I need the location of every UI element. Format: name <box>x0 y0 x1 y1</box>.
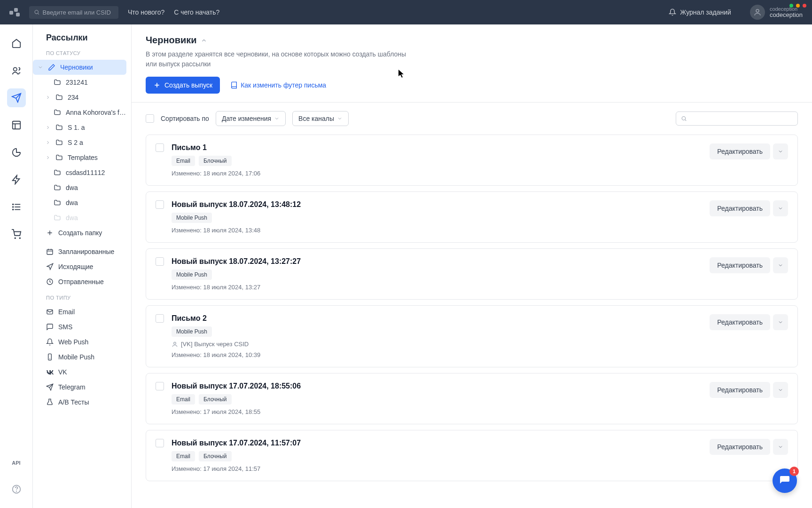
card-title[interactable]: Письмо 1 <box>172 143 702 152</box>
sidebar-item-label: Черновики <box>60 64 93 71</box>
global-search[interactable] <box>29 6 118 19</box>
sidebar-item-label: VK <box>58 368 67 376</box>
sidebar-folder[interactable]: csdasd11112 <box>33 165 126 180</box>
sidebar-type-mobilepush[interactable]: Mobile Push <box>33 349 126 365</box>
more-button[interactable] <box>773 439 788 455</box>
list-search-input[interactable] <box>690 115 793 122</box>
folder-icon <box>55 94 63 101</box>
search-icon <box>681 115 687 122</box>
sidebar-type-vk[interactable]: VK <box>33 365 126 380</box>
sidebar-type-webpush[interactable]: Web Push <box>33 334 126 349</box>
rail-automation[interactable] <box>7 170 26 189</box>
pie-icon <box>11 147 22 158</box>
card-checkbox[interactable] <box>156 314 164 323</box>
user-icon <box>753 8 762 16</box>
avatar <box>750 5 765 20</box>
getting-started-link[interactable]: С чего начать? <box>174 8 219 16</box>
rail-campaigns[interactable] <box>7 88 26 107</box>
rail-templates[interactable] <box>7 116 26 135</box>
card-checkbox[interactable] <box>156 143 164 152</box>
card-title[interactable]: Письмо 2 <box>172 314 702 323</box>
sidebar-folder[interactable]: dwa <box>33 180 126 195</box>
chat-fab[interactable]: 1 <box>773 468 797 493</box>
rail-help[interactable] <box>7 480 26 499</box>
edit-button[interactable]: Редактировать <box>710 200 770 216</box>
edit-button[interactable]: Редактировать <box>710 439 770 455</box>
card-checkbox[interactable] <box>156 200 164 209</box>
sidebar-folder[interactable]: dwa <box>33 195 126 210</box>
sidebar-folder[interactable]: Templates <box>33 150 126 165</box>
sidebar-item-label: A/B Тесты <box>58 398 89 406</box>
sidebar-folder[interactable]: Anna Kohorova's f… <box>33 105 126 120</box>
sidebar-type-email[interactable]: Email <box>33 304 126 319</box>
sidebar: Рассылки ПО СТАТУСУ Черновики 231241234A… <box>33 24 132 508</box>
sidebar-folder[interactable]: S 2 a <box>33 135 126 150</box>
page-title[interactable]: Черновики <box>146 35 798 46</box>
sidebar-folder[interactable]: 234 <box>33 90 126 105</box>
sidebar-item-label: Telegram <box>58 383 86 391</box>
sidebar-folder[interactable]: 231241 <box>33 75 126 90</box>
create-issue-button[interactable]: Создать выпуск <box>146 77 220 94</box>
card-title[interactable]: Новый выпуск 17.07.2024, 11:57:07 <box>172 439 702 447</box>
card-modified: Изменено: 17 июля 2024, 18:55 <box>172 408 702 415</box>
svg-point-13 <box>15 238 16 238</box>
sort-dropdown[interactable]: Дате изменения <box>216 111 286 126</box>
sidebar-item-scheduled[interactable]: Запланированные <box>33 244 126 259</box>
list-toolbar: Сортировать по Дате изменения Все каналы <box>132 102 812 135</box>
card-title[interactable]: Новый выпуск 17.07.2024, 18:55:06 <box>172 382 702 390</box>
edit-button[interactable]: Редактировать <box>710 257 770 273</box>
card-checkbox[interactable] <box>156 257 164 266</box>
sidebar-type-sms[interactable]: SMS <box>33 319 126 334</box>
edit-button[interactable]: Редактировать <box>710 314 770 330</box>
sidebar-create-folder[interactable]: Создать папку <box>33 225 126 240</box>
svg-point-2 <box>756 9 759 12</box>
rail-lists[interactable] <box>7 198 26 216</box>
whats-new-link[interactable]: Что нового? <box>128 8 164 16</box>
cart-icon <box>11 229 22 239</box>
svg-point-31 <box>682 117 686 120</box>
sidebar-folder[interactable]: S 1. a <box>33 120 126 135</box>
global-search-input[interactable] <box>42 9 114 16</box>
sidebar-item-drafts[interactable]: Черновики <box>33 60 126 75</box>
more-button[interactable] <box>773 143 788 159</box>
sidebar-item-sent[interactable]: Отправленные <box>33 274 126 289</box>
more-button[interactable] <box>773 314 788 330</box>
sidebar-type-telegram[interactable]: Telegram <box>33 380 126 395</box>
chevron-down-icon <box>38 64 43 70</box>
outbox-icon <box>46 263 54 270</box>
sidebar-item-outbox[interactable]: Исходящие <box>33 259 126 274</box>
rail-ecommerce[interactable] <box>7 225 26 244</box>
footer-help-link[interactable]: Как изменить футер письма <box>230 81 326 89</box>
rail-api[interactable]: API <box>12 460 20 466</box>
chat-badge: 1 <box>789 467 799 476</box>
clock-icon <box>46 278 54 286</box>
edit-button[interactable]: Редактировать <box>710 382 770 398</box>
svg-line-1 <box>38 14 39 15</box>
sidebar-item-label: Web Push <box>58 338 88 346</box>
book-icon <box>230 81 238 89</box>
edit-button[interactable]: Редактировать <box>710 143 770 159</box>
card-title[interactable]: Новый выпуск 18.07.2024, 13:27:27 <box>172 257 702 266</box>
card-checkbox[interactable] <box>156 382 164 390</box>
list-search[interactable] <box>676 111 798 126</box>
sidebar-type-ab[interactable]: A/B Тесты <box>33 395 126 410</box>
svg-point-14 <box>19 238 20 238</box>
select-all-checkbox[interactable] <box>146 114 154 123</box>
more-button[interactable] <box>773 200 788 216</box>
draft-card: Новый выпуск 18.07.2024, 13:27:27Mobile … <box>146 248 798 300</box>
draft-card: Письмо 2Mobile Push[VK] Выпуск через CSI… <box>146 305 798 367</box>
card-checkbox[interactable] <box>156 439 164 447</box>
sidebar-folder[interactable]: dwa <box>33 210 126 225</box>
app-logo[interactable] <box>9 8 20 16</box>
card-title[interactable]: Новый выпуск 18.07.2024, 13:48:12 <box>172 200 702 209</box>
more-button[interactable] <box>773 257 788 273</box>
rail-home[interactable] <box>7 34 26 53</box>
rail-contacts[interactable] <box>7 61 26 80</box>
rail-reports[interactable] <box>7 143 26 162</box>
chevron-up-icon <box>201 37 207 44</box>
task-journal[interactable]: Журнал заданий <box>669 8 731 16</box>
more-button[interactable] <box>773 382 788 398</box>
channel-dropdown[interactable]: Все каналы <box>292 111 349 126</box>
send-icon <box>11 93 22 103</box>
tag: Email <box>172 156 195 166</box>
